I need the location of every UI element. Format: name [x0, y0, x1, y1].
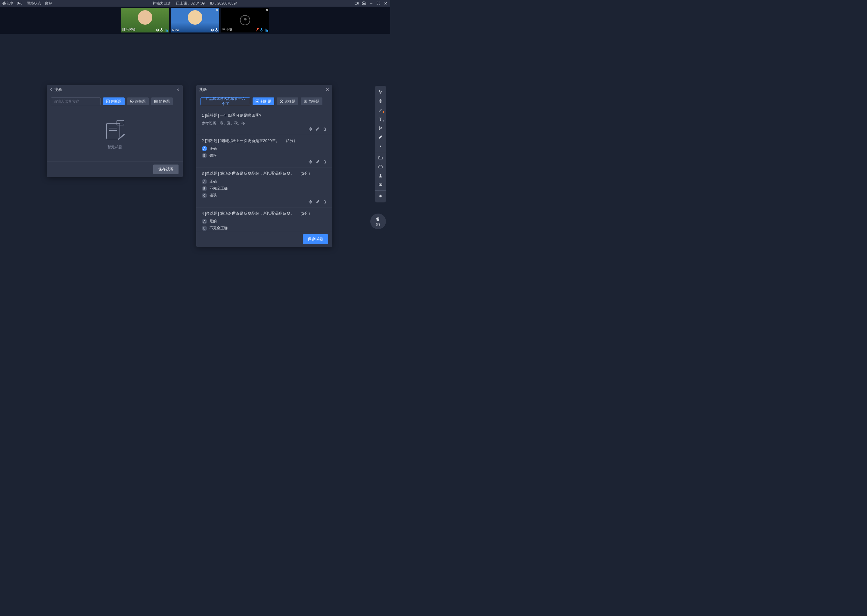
svg-rect-13	[261, 28, 262, 30]
option-row[interactable]: B 不完全正确	[202, 186, 327, 191]
text-tool-icon[interactable]	[375, 115, 386, 124]
scissors-tool-icon[interactable]	[375, 124, 386, 133]
option-row[interactable]: C 错误	[202, 193, 327, 198]
minimize-icon[interactable]	[369, 1, 373, 5]
delete-icon[interactable]	[323, 200, 327, 204]
panel-title: 测验	[199, 87, 207, 92]
bell-tool-icon[interactable]	[375, 190, 386, 201]
hand-count: 0/2	[376, 223, 380, 226]
tile-close-icon[interactable]: ✕	[216, 8, 218, 12]
close-window-icon[interactable]	[383, 1, 388, 5]
eraser-tool-icon[interactable]	[375, 133, 386, 141]
save-quiz-button[interactable]: 保存试卷	[153, 165, 178, 174]
pen-tool-icon[interactable]	[375, 105, 386, 115]
video-row: 叮当老师 ✕ Nina ✕ 王小明	[0, 6, 390, 34]
move-tool-icon[interactable]	[375, 97, 386, 105]
svg-rect-0	[355, 2, 357, 5]
delete-icon[interactable]	[323, 127, 327, 131]
delete-icon[interactable]	[323, 160, 327, 164]
edit-icon[interactable]	[315, 127, 320, 131]
move-icon[interactable]	[308, 200, 312, 204]
option-badge: C	[202, 193, 207, 198]
tile-close-icon[interactable]: ✕	[265, 8, 268, 12]
video-tile[interactable]: ✕ 王小明	[221, 8, 269, 33]
option-badge: B	[202, 186, 207, 191]
question-title: 1 [简答题] 一年四季分别是哪四季?	[202, 113, 327, 118]
option-row[interactable]: A 正确	[202, 179, 327, 184]
chat-tool-icon[interactable]	[375, 180, 386, 189]
tab-choice-button[interactable]: 选择题	[127, 97, 149, 105]
network-status: 网络状态：良好	[27, 1, 52, 6]
question-title: 4 [多选题] 施华洛世奇是反华品牌，所以梁鼎琪反华。 （2分）	[202, 211, 327, 216]
option-badge: B	[202, 226, 207, 231]
user-tool-icon[interactable]	[375, 171, 386, 180]
option-text: 是的	[210, 218, 217, 224]
svg-point-28	[380, 174, 381, 176]
video-tile[interactable]: 叮当老师	[121, 8, 169, 33]
svg-point-26	[380, 146, 381, 147]
mic-icon	[260, 28, 263, 31]
quiz-name-display[interactable]: 产品说试卷名称最多十六个字	[200, 97, 250, 105]
move-icon[interactable]	[308, 160, 312, 164]
svg-point-29	[380, 184, 380, 184]
option-row[interactable]: A 是的	[202, 218, 327, 224]
tab-judge-button[interactable]: 判断题	[103, 97, 125, 105]
volume-bars-icon	[264, 28, 268, 31]
tile-name: Nina	[172, 28, 179, 32]
top-status-bar: 丢包率：0% 网络状态：良好 神秘大自然 已上课：02:34:09 ID：202…	[0, 0, 390, 6]
panel-title: 测验	[55, 87, 62, 92]
svg-rect-7	[161, 28, 162, 30]
option-text: 错误	[210, 193, 217, 198]
quiz-name-input[interactable]	[51, 97, 101, 105]
option-badge: A	[202, 179, 207, 184]
question-actions	[202, 200, 327, 204]
course-name: 神秘大自然	[153, 1, 171, 6]
fullscreen-icon[interactable]	[376, 1, 380, 5]
question-item: 2 [判断题] 我国宪法上一次更新是在2020年。 （2分） A 正确 B 错误	[196, 135, 333, 168]
tab-choice-button[interactable]: 选择题	[277, 97, 298, 105]
tab-short-button[interactable]: 简答题	[301, 97, 322, 105]
question-title: 3 [单选题] 施华洛世奇是反华品牌，所以梁鼎琪反华。 （2分）	[202, 171, 327, 176]
hand-raise-button[interactable]: 0/2	[370, 214, 386, 229]
packet-loss: 丢包率：0%	[2, 1, 22, 6]
svg-point-1	[363, 3, 364, 4]
mic-icon	[215, 28, 218, 31]
camera-toggle-icon[interactable]	[355, 1, 359, 5]
quiz-panel-filled: 测验 ✕ 产品说试卷名称最多十六个字 判断题 选择题 简答题 1 [简答题] 一…	[196, 85, 333, 247]
tab-short-button[interactable]: 简答题	[151, 97, 173, 105]
move-icon[interactable]	[308, 127, 312, 131]
tab-judge-button[interactable]: 判断题	[252, 97, 274, 105]
elapsed-time: 已上课：02:34:09	[176, 1, 205, 6]
option-badge: A	[202, 218, 207, 224]
quiz-panel-empty: 测验 ✕ 判断题 选择题 简答题 暂无试题 保存试卷	[47, 85, 183, 177]
edit-icon[interactable]	[315, 160, 320, 164]
option-text: 正确	[210, 146, 217, 151]
close-icon[interactable]: ✕	[326, 87, 329, 92]
settings-icon[interactable]	[362, 1, 366, 5]
option-row[interactable]: B 不完全正确	[202, 226, 327, 231]
option-text: 正确	[210, 179, 217, 184]
toolbox-tool-icon[interactable]	[375, 162, 386, 171]
folder-tool-icon[interactable]	[375, 152, 386, 162]
option-badge: A	[202, 146, 207, 151]
close-icon[interactable]: ✕	[176, 87, 180, 92]
question-list[interactable]: 1 [简答题] 一年四季分别是哪四季?参考答案：春、夏、秋、冬 2 [判断题] …	[196, 108, 333, 231]
mic-icon	[160, 28, 163, 31]
edit-icon[interactable]	[315, 200, 320, 204]
question-actions	[202, 127, 327, 131]
question-title: 2 [判断题] 我国宪法上一次更新是在2020年。 （2分）	[202, 138, 327, 143]
option-row[interactable]: B 错误	[202, 153, 327, 158]
option-row[interactable]: A 正确	[202, 146, 327, 151]
cursor-tool-icon[interactable]	[375, 88, 386, 97]
video-tile[interactable]: ✕ Nina	[171, 8, 219, 33]
empty-illustration-icon	[102, 120, 127, 141]
save-quiz-button[interactable]: 保存试卷	[303, 234, 328, 244]
back-icon[interactable]	[50, 87, 53, 92]
tile-name: 叮当老师	[122, 27, 136, 32]
signal-icon	[156, 28, 159, 31]
question-item: 1 [简答题] 一年四季分别是哪四季?参考答案：春、夏、秋、冬	[196, 110, 333, 135]
svg-rect-10	[216, 28, 217, 30]
brightness-tool-icon[interactable]	[375, 141, 386, 151]
svg-point-6	[157, 30, 158, 31]
signal-icon	[211, 28, 214, 31]
